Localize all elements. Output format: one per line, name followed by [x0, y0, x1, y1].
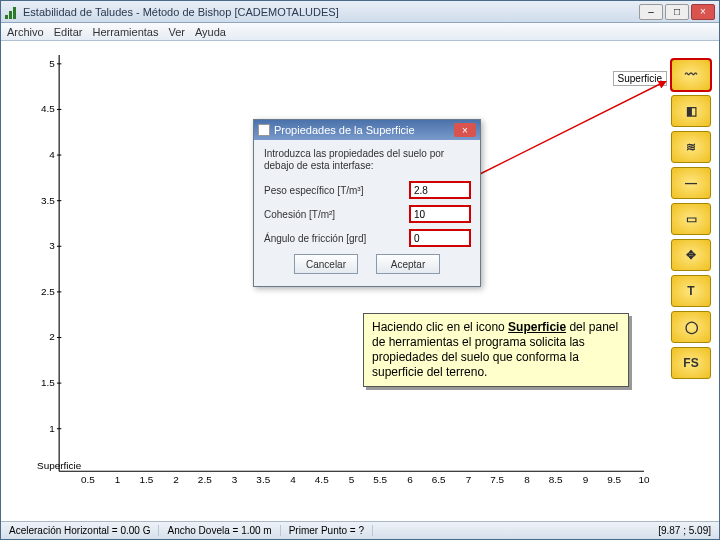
- tool-panel: 〰 ◧ ≋ — ▭ ✥ T ◯ FS: [671, 59, 711, 379]
- dialog-instruction: Introduzca las propiedades del suelo por…: [264, 148, 470, 172]
- grid-icon: ▭: [686, 212, 697, 226]
- menubar: Archivo Editar Herramientas Ver Ayuda: [1, 23, 719, 41]
- dialog-title-text: Propiedades de la Superficie: [274, 124, 415, 136]
- svg-text:0.5: 0.5: [81, 475, 95, 485]
- svg-text:3.5: 3.5: [41, 195, 55, 205]
- menu-archivo[interactable]: Archivo: [7, 26, 44, 38]
- dialog-titlebar[interactable]: Propiedades de la Superficie ×: [254, 120, 480, 140]
- tool-tooltip: Superficie: [613, 71, 667, 86]
- callout-pre: Haciendo clic en el icono: [372, 320, 508, 334]
- center-icon: ✥: [686, 248, 696, 262]
- tool-text-button[interactable]: T: [671, 275, 711, 307]
- input-angulo[interactable]: [410, 230, 470, 246]
- close-button[interactable]: ×: [691, 4, 715, 20]
- svg-text:4.5: 4.5: [41, 104, 55, 114]
- axis-annotation: Superficie: [37, 461, 81, 471]
- svg-text:2: 2: [173, 475, 179, 485]
- dialog-icon: [258, 124, 270, 136]
- tool-circle-button[interactable]: ◯: [671, 311, 711, 343]
- svg-text:4.5: 4.5: [315, 475, 329, 485]
- svg-text:8: 8: [524, 475, 530, 485]
- svg-text:2: 2: [49, 332, 55, 342]
- app-window: Estabilidad de Taludes - Método de Bisho…: [0, 0, 720, 540]
- accept-button[interactable]: Aceptar: [376, 254, 440, 274]
- status-coords: [9.87 ; 5.09]: [650, 525, 719, 536]
- status-dovela: Ancho Dovela = 1.00 m: [159, 525, 280, 536]
- callout-box: Haciendo clic en el icono Superficie del…: [363, 313, 629, 387]
- svg-text:1: 1: [49, 423, 55, 433]
- client-area: 5 4.5 4 3.5 3 2.5 2 1.5 1 0.5 1 1.5 2 2.…: [1, 41, 719, 521]
- svg-text:1.5: 1.5: [41, 378, 55, 388]
- tool-fs-button[interactable]: FS: [671, 347, 711, 379]
- label-cohesion: Cohesión [T/m²]: [264, 209, 410, 220]
- line-icon: —: [685, 176, 697, 190]
- menu-ver[interactable]: Ver: [168, 26, 185, 38]
- statusbar: Aceleración Horizontal = 0.00 G Ancho Do…: [1, 521, 719, 539]
- status-accel: Aceleración Horizontal = 0.00 G: [1, 525, 159, 536]
- svg-text:5: 5: [49, 58, 55, 68]
- menu-herramientas[interactable]: Herramientas: [92, 26, 158, 38]
- app-icon: [5, 5, 19, 19]
- svg-text:3: 3: [49, 241, 55, 251]
- svg-text:6.5: 6.5: [432, 475, 446, 485]
- tool-water-button[interactable]: ≋: [671, 131, 711, 163]
- fs-icon: FS: [683, 356, 698, 370]
- svg-text:2.5: 2.5: [198, 475, 212, 485]
- cancel-button[interactable]: Cancelar: [294, 254, 358, 274]
- window-buttons: – □ ×: [639, 4, 715, 20]
- svg-text:1: 1: [115, 475, 121, 485]
- properties-dialog: Propiedades de la Superficie × Introduzc…: [253, 119, 481, 287]
- tool-halfspace-button[interactable]: ◧: [671, 95, 711, 127]
- window-title: Estabilidad de Taludes - Método de Bisho…: [23, 6, 639, 18]
- water-icon: ≋: [686, 140, 696, 154]
- circle-icon: ◯: [685, 320, 698, 334]
- svg-text:7: 7: [466, 475, 472, 485]
- input-peso[interactable]: [410, 182, 470, 198]
- tool-surface-button[interactable]: 〰: [671, 59, 711, 91]
- maximize-button[interactable]: □: [665, 4, 689, 20]
- svg-text:5: 5: [349, 475, 355, 485]
- titlebar: Estabilidad de Taludes - Método de Bisho…: [1, 1, 719, 23]
- label-angulo: Ángulo de fricción [grd]: [264, 233, 410, 244]
- svg-text:5.5: 5.5: [373, 475, 387, 485]
- tool-grid-button[interactable]: ▭: [671, 203, 711, 235]
- svg-text:6: 6: [407, 475, 413, 485]
- halfspace-icon: ◧: [686, 104, 697, 118]
- svg-text:1.5: 1.5: [139, 475, 153, 485]
- svg-text:4: 4: [290, 475, 296, 485]
- svg-text:2.5: 2.5: [41, 286, 55, 296]
- tool-center-button[interactable]: ✥: [671, 239, 711, 271]
- svg-text:9.5: 9.5: [607, 475, 621, 485]
- svg-text:3.5: 3.5: [256, 475, 270, 485]
- svg-text:8.5: 8.5: [549, 475, 563, 485]
- status-prompt: Primer Punto = ?: [281, 525, 373, 536]
- input-cohesion[interactable]: [410, 206, 470, 222]
- dialog-body: Introduzca las propiedades del suelo por…: [254, 140, 480, 286]
- svg-text:4: 4: [49, 150, 55, 160]
- text-icon: T: [687, 284, 694, 298]
- svg-text:7.5: 7.5: [490, 475, 504, 485]
- tool-line-button[interactable]: —: [671, 167, 711, 199]
- callout-bold: Superficie: [508, 320, 566, 334]
- minimize-button[interactable]: –: [639, 4, 663, 20]
- label-peso: Peso específico [T/m³]: [264, 185, 410, 196]
- svg-text:9: 9: [583, 475, 589, 485]
- menu-ayuda[interactable]: Ayuda: [195, 26, 226, 38]
- svg-text:10: 10: [638, 475, 649, 485]
- menu-editar[interactable]: Editar: [54, 26, 83, 38]
- dialog-close-button[interactable]: ×: [454, 123, 476, 137]
- surface-icon: 〰: [685, 68, 697, 82]
- svg-text:3: 3: [232, 475, 238, 485]
